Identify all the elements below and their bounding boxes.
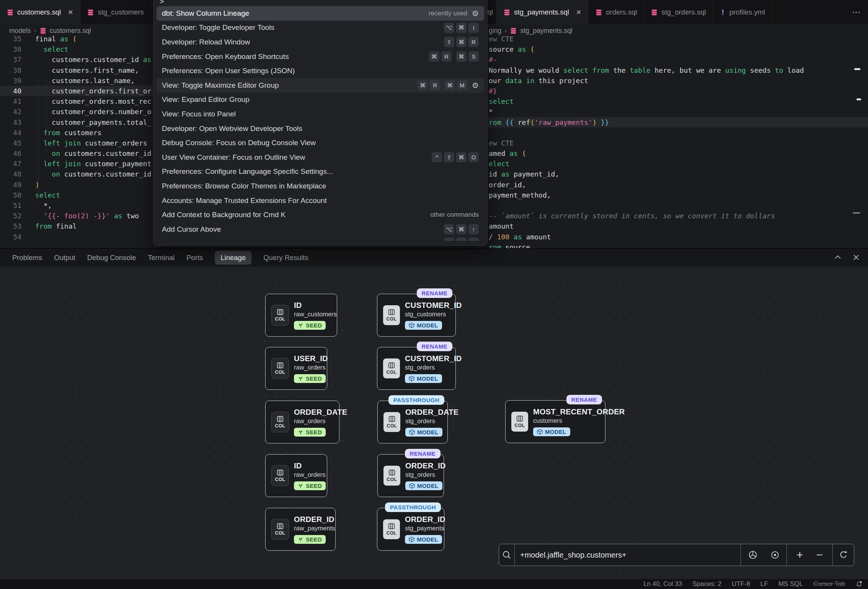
node-title: ORDER_ID [405, 461, 446, 470]
panel-tab-ports[interactable]: Ports [186, 254, 203, 262]
cursor-tab-toggle[interactable]: Cursor Tab [813, 580, 845, 588]
palette-item[interactable]: Developer: Reload Window⇧⌘R [157, 35, 484, 49]
close-icon[interactable]: ✕ [68, 8, 73, 16]
panel-tab-debug-console[interactable]: Debug Console [87, 254, 136, 262]
palette-item[interactable]: Preferences: Configure Language Specific… [157, 165, 484, 179]
tab-stg_customers[interactable]: stg_customers [80, 0, 151, 25]
palette-item[interactable]: Accounts: Manage Trusted Extensions For … [157, 193, 484, 208]
palette-item[interactable]: Add Context to Background for Cmd Kother… [157, 208, 484, 222]
close-panel-icon[interactable] [852, 253, 860, 262]
palette-item[interactable]: View: Toggle Maximize Editor Group⌘R⌘M⚙ [157, 78, 484, 93]
token: customers [60, 129, 101, 137]
code-line: / 100 as amount [487, 232, 868, 242]
code-text: elect [489, 159, 509, 169]
palette-item[interactable]: View: Focus into Panel [157, 107, 484, 121]
token: on [52, 170, 60, 178]
palette-item[interactable]: dbt: Show Column Lineagerecently used⚙ [157, 6, 484, 21]
key-chip: ⌥ [444, 224, 454, 234]
line-number: 46 [0, 148, 21, 159]
palette-item[interactable]: Debug Console: Focus on Debug Console Vi… [157, 136, 484, 150]
language-mode[interactable]: MS SQL [778, 580, 803, 588]
panel-tab-terminal[interactable]: Terminal [148, 254, 175, 262]
code-line: order_id, [487, 180, 868, 190]
panel-tab-lineage[interactable]: Lineage [215, 251, 251, 265]
zoom-out-button[interactable]: − [816, 549, 823, 561]
eye-target-icon[interactable] [770, 550, 780, 560]
tab-customers-sql[interactable]: customers.sql✕ [0, 0, 80, 25]
panel-tab-query-results[interactable]: Query Results [263, 254, 308, 262]
palette-item[interactable]: Developer: Toggle Developer Tools⌥⌘I [157, 21, 484, 35]
code-line: select [487, 96, 868, 106]
tab-label: profiles.yml [729, 8, 765, 16]
lineage-node-tgt-2[interactable]: PASSTHROUGHCOLORDER_DATEstg_ordersMODEL [377, 401, 448, 443]
column-icon: COL [271, 519, 289, 540]
node-title: ORDER_DATE [294, 407, 347, 417]
encoding[interactable]: UTF-8 [732, 580, 750, 588]
palette-item[interactable]: Preferences: Open Keyboard Shortcuts⌘R⌘S [157, 49, 484, 64]
tab-s-sql[interactable]: s.sql [486, 0, 497, 25]
palette-item[interactable]: Developer: Open Webview Developer Tools [157, 121, 484, 136]
line-number: 45 [0, 138, 21, 148]
key-chip: R [441, 51, 452, 62]
palette-input[interactable]: > [153, 0, 487, 5]
node-body: CUSTOMER_IDstg_customersMODEL [405, 301, 462, 330]
node-body: IDraw_customersSEED [294, 301, 337, 330]
tab-overflow-button[interactable]: ⋯ [852, 0, 861, 25]
palette-item-label: Debug Console: Focus on Debug Console Vi… [162, 139, 316, 147]
model-cube-icon [409, 483, 415, 489]
key-group: ⌥⌘↑ [444, 224, 479, 234]
chevron-right-icon: › [505, 27, 507, 34]
palette-item[interactable]: Add Cursor Above⌥⌘↑ [157, 222, 484, 237]
zoom-in-button[interactable]: + [796, 549, 803, 561]
eol[interactable]: LF [760, 580, 768, 588]
lineage-node-src-3[interactable]: COLIDraw_ordersSEED [265, 454, 327, 497]
palette-item[interactable]: Preferences: Browse Color Themes in Mark… [157, 179, 484, 193]
lineage-node-src-0[interactable]: COLIDraw_customersSEED [265, 294, 337, 337]
panel-tab-output[interactable]: Output [54, 254, 75, 262]
token: as [514, 233, 522, 241]
palette-item[interactable]: View: Expand Editor Group [157, 93, 484, 107]
tab-label: stg_customers [98, 8, 144, 16]
lineage-node-src-1[interactable]: COLUSER_IDraw_ordersSEED [265, 347, 327, 390]
lineage-node-final[interactable]: RENAMECOLMOST_RECENT_ORDERcustomersMODEL [505, 400, 605, 443]
lineage-canvas[interactable]: COLIDraw_customersSEEDRENAMECOLCUSTOMER_… [0, 267, 868, 579]
lineage-node-tgt-1[interactable]: RENAMECOLCUSTOMER_IDstg_ordersMODEL [377, 347, 456, 390]
bell-icon[interactable] [855, 581, 863, 588]
tab-orders-sql[interactable]: orders.sql [589, 0, 644, 25]
palette-item[interactable]: User View Container: Focus on Outline Vi… [157, 150, 484, 165]
lineage-node-src-2[interactable]: COLORDER_DATEraw_ordersSEED [265, 401, 339, 443]
node-subtitle: raw_orders [294, 417, 347, 425]
node-subtitle: raw_customers [294, 310, 337, 318]
tab-profiles-yml[interactable]: !profiles.yml [713, 0, 773, 25]
cursor-position[interactable]: Ln 40, Col 33 [643, 580, 682, 588]
code-area[interactable]: ew CTEsource as (#-Normally we would sel… [487, 34, 868, 248]
code-line: id as payment_id, [487, 169, 868, 179]
token: }} [601, 118, 609, 126]
node-title: MOST_RECENT_ORDER [533, 407, 625, 416]
lineage-node-tgt-3[interactable]: RENAMECOLORDER_IDstg_ordersMODEL [377, 454, 444, 497]
chevron-up-icon[interactable] [834, 253, 842, 262]
node-body: ORDER_DATEstg_ordersMODEL [405, 407, 458, 437]
indentation[interactable]: Spaces: 2 [692, 580, 721, 588]
lineage-node-src-4[interactable]: COLORDER_IDraw_paymentsSEED [265, 508, 336, 551]
palette-item[interactable]: Preferences: Open User Settings (JSON) [157, 64, 484, 78]
column-chip-label: COL [275, 370, 286, 375]
panel-tab-problems[interactable]: Problems [12, 254, 42, 262]
lineage-search-input[interactable] [515, 551, 741, 560]
gear-icon[interactable]: ⚙ [472, 9, 479, 18]
tab-stg_payments-sql[interactable]: stg_payments.sql✕ [497, 0, 589, 25]
editor-right[interactable]: ging › stg_payments.sql ew CTEsource as … [486, 25, 868, 248]
close-icon[interactable]: ✕ [576, 8, 581, 16]
token: amed [489, 149, 509, 157]
line-number: 52 [0, 211, 21, 221]
database-icon [651, 9, 658, 16]
lineage-node-tgt-0[interactable]: RENAMECOLCUSTOMER_IDstg_customersMODEL [377, 294, 456, 337]
lineage-node-tgt-4[interactable]: PASSTHROUGHCOLORDER_IDstg_paymentsMODEL [377, 508, 444, 551]
gear-icon[interactable]: ⚙ [472, 81, 479, 90]
key-group: ⌘M [445, 80, 467, 90]
columns-glyph-icon [277, 523, 284, 530]
tab-stg_orders-sql[interactable]: stg_orders.sql [644, 0, 713, 25]
aperture-icon[interactable] [748, 550, 758, 560]
token: rom [489, 243, 501, 248]
refresh-button[interactable] [832, 544, 854, 566]
